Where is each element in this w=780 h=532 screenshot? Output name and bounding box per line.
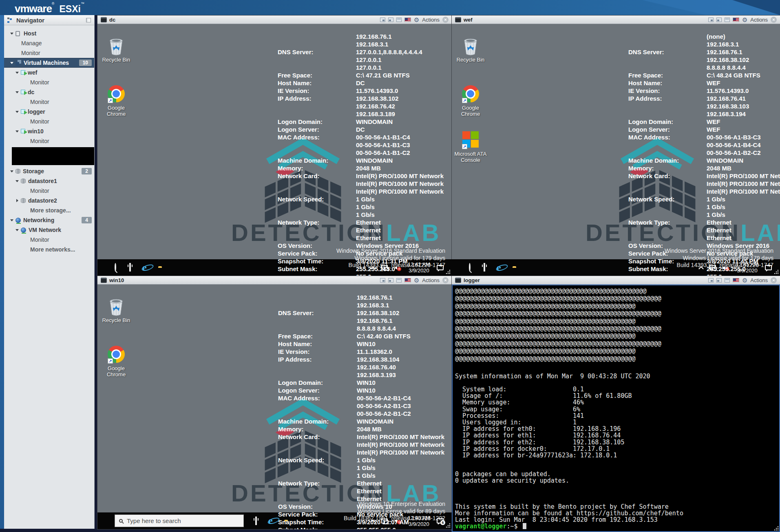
expand-arrow[interactable]: [10, 33, 14, 35]
fullscreen-icon[interactable]: [396, 278, 402, 283]
bginfo-line: MAC Address:00-50-56-A1-B1-C4: [97, 134, 452, 141]
terminal-updates: 0 packages can be updated. 0 updates are…: [455, 471, 569, 484]
sidebar-item-networking[interactable]: Networking4: [4, 215, 94, 225]
resize-grip[interactable]: [446, 523, 451, 528]
bginfo-line: 192.168.76.42: [97, 103, 452, 110]
collapse-panel-icon[interactable]: [86, 18, 91, 22]
console-viewport-win10[interactable]: DETECTIONLABRecycle Bin↗GoogleChrome192.…: [97, 285, 452, 529]
db-icon: [21, 179, 26, 183]
bginfo-value: 192.168.76.40: [357, 364, 396, 371]
fullscreen-icon[interactable]: [725, 18, 730, 22]
popout-window-icon[interactable]: [708, 278, 714, 283]
sidebar-item-datastore1[interactable]: datastore1: [4, 176, 94, 186]
sidebar-item-monitor[interactable]: Monitor: [4, 117, 94, 126]
bginfo-value: Intel(R) PRO/1000 MT Network: [356, 180, 444, 187]
bginfo-value: WEF: [707, 118, 720, 125]
open-console-icon[interactable]: [388, 278, 393, 283]
sidebar-item-win10[interactable]: win10: [4, 126, 94, 136]
expand-arrow[interactable]: [10, 219, 14, 221]
expand-arrow[interactable]: [15, 199, 19, 202]
keyboard-layout-flag-icon[interactable]: [404, 278, 411, 283]
expand-arrow[interactable]: [15, 91, 19, 93]
expand-arrow[interactable]: [15, 130, 19, 132]
bginfo-value: 00-50-56-A1-B4-C4: [707, 141, 761, 148]
sidebar-item-virtual-machines[interactable]: Virtual Machines10: [4, 58, 94, 68]
window-titlebar[interactable]: wef ⚙ Actions ×: [452, 15, 780, 24]
actions-button[interactable]: Actions: [750, 17, 768, 23]
sidebar-item-more-networks[interactable]: More networks...: [4, 245, 94, 254]
close-icon[interactable]: ×: [771, 277, 777, 283]
expand-arrow[interactable]: [15, 229, 19, 231]
sidebar-item-label: More storage...: [30, 207, 71, 214]
keyboard-layout-flag-icon[interactable]: [733, 278, 739, 283]
bginfo-value: Intel(R) PRO/1000 MT Network: [356, 188, 444, 195]
console-icon: [101, 278, 107, 283]
gear-icon[interactable]: ⚙: [742, 277, 747, 283]
sidebar-item-wef[interactable]: wef: [4, 68, 94, 77]
bginfo-value: 00-50-56-A2-B1-C4: [357, 395, 411, 402]
bginfo-label: Logon Domain:: [628, 118, 673, 125]
keyboard-layout-flag-icon[interactable]: [404, 18, 411, 22]
terminal-viewport-logger[interactable]: @@@@@@@@@@@@@@@@@@@@@@@@@@@@@@@@@@@@@@@@…: [452, 285, 780, 532]
sidebar-item-monitor[interactable]: Monitor: [4, 77, 94, 87]
sidebar-item-vm-network[interactable]: VM Network: [4, 225, 94, 235]
resize-grip[interactable]: [774, 526, 779, 531]
fullscreen-icon[interactable]: [396, 18, 402, 22]
open-console-icon[interactable]: [716, 18, 722, 22]
fullscreen-icon[interactable]: [725, 278, 730, 283]
expand-arrow[interactable]: [15, 180, 19, 182]
actions-button[interactable]: Actions: [422, 17, 440, 23]
chevron-right-icon: [16, 199, 18, 202]
sidebar-item-monitor[interactable]: Monitor: [4, 48, 94, 58]
expand-arrow[interactable]: [10, 170, 14, 172]
console-viewport-wef[interactable]: DETECTIONLABRecycle Bin↗GoogleChrome↗Mic…: [452, 24, 780, 276]
window-titlebar[interactable]: dc ⚙ Actions ×: [97, 15, 452, 24]
close-icon[interactable]: ×: [771, 17, 777, 23]
expand-arrow[interactable]: [15, 111, 19, 113]
sidebar-item-monitor[interactable]: Monitor: [4, 97, 94, 107]
expand-arrow[interactable]: [15, 72, 19, 74]
keyboard-layout-flag-icon[interactable]: [733, 18, 739, 22]
bginfo-label: Logon Domain:: [278, 379, 323, 386]
bginfo-value: 192.168.76.42: [356, 103, 395, 110]
sidebar-item-label: VM Network: [29, 227, 61, 233]
sidebar-item-dc[interactable]: dc: [4, 87, 94, 97]
resize-grip[interactable]: [774, 269, 779, 274]
sidebar-item-label: wef: [28, 69, 37, 76]
sidebar-item-datastore2[interactable]: datastore2: [4, 196, 94, 205]
resize-grip[interactable]: [446, 269, 451, 274]
popout-window-icon[interactable]: [380, 278, 385, 283]
sidebar-item-host[interactable]: Host: [4, 29, 94, 38]
bginfo-line: 1 Gb/s: [452, 211, 780, 219]
chevron-down-icon: [10, 170, 13, 172]
sidebar-item-monitor[interactable]: Monitor: [4, 235, 94, 245]
count-badge: 10: [79, 60, 92, 66]
sidebar-item-monitor[interactable]: Monitor: [4, 136, 94, 146]
open-console-icon[interactable]: [388, 18, 393, 22]
sidebar-item-manage[interactable]: Manage: [4, 38, 94, 48]
popout-window-icon[interactable]: [708, 18, 714, 22]
console-viewport-dc[interactable]: DETECTIONLABRecycle Bin↗GoogleChrome192.…: [97, 24, 452, 276]
bginfo-line: 192.168.3.1: [97, 41, 452, 49]
bginfo-line: Intel(R) PRO/1000 MT Network: [452, 180, 780, 188]
window-titlebar[interactable]: logger ⚙ Actions ×: [452, 276, 780, 285]
gear-icon[interactable]: ⚙: [742, 17, 747, 23]
sidebar-item-more-storage[interactable]: More storage...: [4, 205, 94, 215]
bginfo-value: Intel(R) PRO/1000 MT Network: [707, 172, 780, 179]
bginfo-value: 1 Gb/s: [707, 211, 725, 218]
actions-button[interactable]: Actions: [422, 277, 440, 283]
bginfo-label: Network Type:: [278, 219, 319, 226]
sidebar-item-storage[interactable]: Storage2: [4, 166, 94, 176]
gear-icon[interactable]: ⚙: [414, 277, 419, 283]
close-icon[interactable]: ×: [442, 277, 449, 283]
actions-button[interactable]: Actions: [750, 277, 768, 283]
open-console-icon[interactable]: [716, 278, 722, 283]
expand-arrow[interactable]: [10, 62, 14, 64]
gear-icon[interactable]: ⚙: [414, 17, 419, 23]
popout-window-icon[interactable]: [380, 18, 385, 22]
sidebar-item-logger[interactable]: logger: [4, 107, 94, 117]
close-icon[interactable]: ×: [442, 17, 449, 23]
bginfo-value: C:\ 47.21 GB NTFS: [356, 72, 410, 79]
window-titlebar[interactable]: win10 ⚙ Actions ×: [97, 276, 452, 285]
sidebar-item-monitor[interactable]: Monitor: [4, 186, 94, 196]
